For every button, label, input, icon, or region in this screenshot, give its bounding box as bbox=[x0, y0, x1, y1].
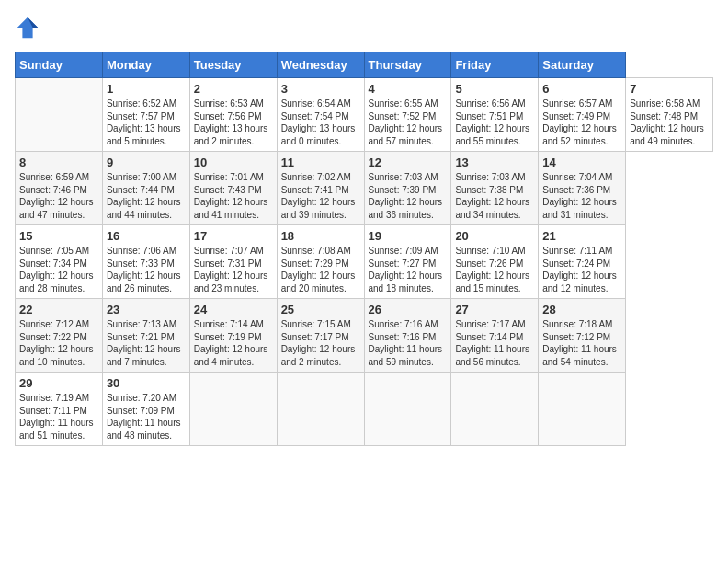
calendar-table: SundayMondayTuesdayWednesdayThursdayFrid… bbox=[15, 52, 713, 446]
day-number: 7 bbox=[630, 82, 709, 96]
day-header-sunday: Sunday bbox=[16, 52, 103, 78]
day-number: 24 bbox=[194, 303, 273, 316]
calendar-cell: 14Sunrise: 7:04 AMSunset: 7:36 PMDayligh… bbox=[539, 152, 626, 225]
day-number: 4 bbox=[369, 82, 448, 96]
calendar-cell: 18Sunrise: 7:08 AMSunset: 7:29 PMDayligh… bbox=[277, 225, 364, 299]
day-number: 10 bbox=[194, 155, 273, 169]
day-number: 2 bbox=[194, 82, 273, 96]
cell-info: Sunrise: 6:57 AMSunset: 7:49 PMDaylight:… bbox=[542, 98, 617, 146]
calendar-cell: 13Sunrise: 7:03 AMSunset: 7:38 PMDayligh… bbox=[451, 152, 539, 225]
cell-info: Sunrise: 7:05 AMSunset: 7:34 PMDaylight:… bbox=[19, 246, 94, 293]
day-number: 19 bbox=[369, 229, 448, 243]
day-header-tuesday: Tuesday bbox=[189, 52, 277, 78]
cell-info: Sunrise: 6:56 AMSunset: 7:51 PMDaylight:… bbox=[455, 98, 529, 146]
calendar-cell: 8Sunrise: 6:59 AMSunset: 7:46 PMDaylight… bbox=[16, 152, 103, 225]
day-number: 17 bbox=[194, 229, 273, 243]
cell-info: Sunrise: 6:58 AMSunset: 7:48 PMDaylight:… bbox=[630, 98, 704, 146]
day-number: 13 bbox=[455, 155, 534, 169]
calendar-cell: 2Sunrise: 6:53 AMSunset: 7:56 PMDaylight… bbox=[189, 78, 277, 152]
day-header-monday: Monday bbox=[102, 52, 189, 78]
day-number: 8 bbox=[19, 155, 98, 169]
calendar-cell: 25Sunrise: 7:15 AMSunset: 7:17 PMDayligh… bbox=[277, 299, 364, 373]
cell-info: Sunrise: 7:01 AMSunset: 7:43 PMDaylight:… bbox=[194, 172, 268, 220]
cell-info: Sunrise: 7:02 AMSunset: 7:41 PMDaylight:… bbox=[281, 172, 356, 220]
calendar-cell: 26Sunrise: 7:16 AMSunset: 7:16 PMDayligh… bbox=[364, 299, 451, 373]
day-number: 21 bbox=[542, 229, 621, 243]
calendar-header-row: SundayMondayTuesdayWednesdayThursdayFrid… bbox=[16, 52, 713, 78]
cell-info: Sunrise: 7:11 AMSunset: 7:24 PMDaylight:… bbox=[542, 246, 617, 293]
day-number: 18 bbox=[281, 229, 360, 243]
cell-info: Sunrise: 7:00 AMSunset: 7:44 PMDaylight:… bbox=[107, 172, 181, 220]
calendar-cell: 9Sunrise: 7:00 AMSunset: 7:44 PMDaylight… bbox=[102, 152, 189, 225]
calendar-cell: 20Sunrise: 7:10 AMSunset: 7:26 PMDayligh… bbox=[451, 225, 539, 299]
day-number: 1 bbox=[107, 82, 186, 96]
cell-info: Sunrise: 7:04 AMSunset: 7:36 PMDaylight:… bbox=[542, 172, 617, 220]
cell-info: Sunrise: 7:09 AMSunset: 7:27 PMDaylight:… bbox=[369, 246, 443, 293]
cell-info: Sunrise: 6:55 AMSunset: 7:52 PMDaylight:… bbox=[369, 98, 443, 146]
day-number: 14 bbox=[542, 155, 621, 169]
cell-info: Sunrise: 7:08 AMSunset: 7:29 PMDaylight:… bbox=[281, 246, 356, 293]
cell-info: Sunrise: 7:10 AMSunset: 7:26 PMDaylight:… bbox=[455, 246, 529, 293]
day-number: 12 bbox=[369, 155, 448, 169]
calendar-cell: 24Sunrise: 7:14 AMSunset: 7:19 PMDayligh… bbox=[189, 299, 277, 373]
calendar-cell: 1Sunrise: 6:52 AMSunset: 7:57 PMDaylight… bbox=[102, 78, 189, 152]
calendar-cell: 15Sunrise: 7:05 AMSunset: 7:34 PMDayligh… bbox=[16, 225, 103, 299]
cell-info: Sunrise: 7:03 AMSunset: 7:39 PMDaylight:… bbox=[369, 172, 443, 220]
cell-info: Sunrise: 7:18 AMSunset: 7:12 PMDaylight:… bbox=[542, 319, 617, 367]
cell-info: Sunrise: 6:53 AMSunset: 7:56 PMDaylight:… bbox=[194, 98, 268, 146]
calendar-cell: 6Sunrise: 6:57 AMSunset: 7:49 PMDaylight… bbox=[539, 78, 626, 152]
day-number: 15 bbox=[19, 229, 98, 243]
cell-info: Sunrise: 6:54 AMSunset: 7:54 PMDaylight:… bbox=[281, 98, 356, 146]
calendar-cell bbox=[451, 373, 539, 446]
cell-info: Sunrise: 7:07 AMSunset: 7:31 PMDaylight:… bbox=[194, 246, 268, 293]
cell-info: Sunrise: 7:20 AMSunset: 7:09 PMDaylight:… bbox=[107, 393, 181, 441]
calendar-cell: 16Sunrise: 7:06 AMSunset: 7:33 PMDayligh… bbox=[102, 225, 189, 299]
day-header-saturday: Saturday bbox=[539, 52, 626, 78]
day-number: 9 bbox=[107, 155, 186, 169]
calendar-cell: 11Sunrise: 7:02 AMSunset: 7:41 PMDayligh… bbox=[277, 152, 364, 225]
day-number: 6 bbox=[542, 82, 621, 96]
calendar-week-row: 8Sunrise: 6:59 AMSunset: 7:46 PMDaylight… bbox=[16, 152, 713, 225]
day-number: 25 bbox=[281, 303, 360, 316]
calendar-week-row: 15Sunrise: 7:05 AMSunset: 7:34 PMDayligh… bbox=[16, 225, 713, 299]
calendar-cell bbox=[277, 373, 364, 446]
cell-info: Sunrise: 7:03 AMSunset: 7:38 PMDaylight:… bbox=[455, 172, 529, 220]
day-number: 27 bbox=[455, 303, 534, 316]
cell-info: Sunrise: 7:06 AMSunset: 7:33 PMDaylight:… bbox=[107, 246, 181, 293]
calendar-week-row: 1Sunrise: 6:52 AMSunset: 7:57 PMDaylight… bbox=[16, 78, 713, 152]
cell-info: Sunrise: 7:15 AMSunset: 7:17 PMDaylight:… bbox=[281, 319, 356, 367]
calendar-cell bbox=[16, 78, 103, 152]
day-number: 30 bbox=[107, 376, 186, 390]
calendar-cell bbox=[189, 373, 277, 446]
calendar-cell: 10Sunrise: 7:01 AMSunset: 7:43 PMDayligh… bbox=[189, 152, 277, 225]
cell-info: Sunrise: 7:12 AMSunset: 7:22 PMDaylight:… bbox=[19, 319, 94, 367]
cell-info: Sunrise: 6:52 AMSunset: 7:57 PMDaylight:… bbox=[107, 98, 181, 146]
day-number: 5 bbox=[455, 82, 534, 96]
calendar-week-row: 29Sunrise: 7:19 AMSunset: 7:11 PMDayligh… bbox=[16, 373, 713, 446]
day-number: 26 bbox=[369, 303, 448, 316]
logo bbox=[15, 15, 44, 40]
page-header bbox=[15, 15, 713, 40]
day-number: 22 bbox=[19, 303, 98, 316]
calendar-cell: 29Sunrise: 7:19 AMSunset: 7:11 PMDayligh… bbox=[16, 373, 103, 446]
cell-info: Sunrise: 7:17 AMSunset: 7:14 PMDaylight:… bbox=[455, 319, 529, 367]
calendar-cell: 30Sunrise: 7:20 AMSunset: 7:09 PMDayligh… bbox=[102, 373, 189, 446]
calendar-cell bbox=[364, 373, 451, 446]
day-header-thursday: Thursday bbox=[364, 52, 451, 78]
cell-info: Sunrise: 7:16 AMSunset: 7:16 PMDaylight:… bbox=[369, 319, 443, 367]
day-header-wednesday: Wednesday bbox=[277, 52, 364, 78]
calendar-cell: 27Sunrise: 7:17 AMSunset: 7:14 PMDayligh… bbox=[451, 299, 539, 373]
calendar-cell: 7Sunrise: 6:58 AMSunset: 7:48 PMDaylight… bbox=[626, 78, 713, 152]
day-number: 11 bbox=[281, 155, 360, 169]
cell-info: Sunrise: 7:13 AMSunset: 7:21 PMDaylight:… bbox=[107, 319, 181, 367]
calendar-cell: 12Sunrise: 7:03 AMSunset: 7:39 PMDayligh… bbox=[364, 152, 451, 225]
logo-icon bbox=[15, 15, 40, 40]
cell-info: Sunrise: 7:14 AMSunset: 7:19 PMDaylight:… bbox=[194, 319, 268, 367]
calendar-cell: 3Sunrise: 6:54 AMSunset: 7:54 PMDaylight… bbox=[277, 78, 364, 152]
calendar-cell: 28Sunrise: 7:18 AMSunset: 7:12 PMDayligh… bbox=[539, 299, 626, 373]
calendar-cell: 5Sunrise: 6:56 AMSunset: 7:51 PMDaylight… bbox=[451, 78, 539, 152]
day-number: 23 bbox=[107, 303, 186, 316]
day-header-friday: Friday bbox=[451, 52, 539, 78]
calendar-week-row: 22Sunrise: 7:12 AMSunset: 7:22 PMDayligh… bbox=[16, 299, 713, 373]
calendar-cell: 4Sunrise: 6:55 AMSunset: 7:52 PMDaylight… bbox=[364, 78, 451, 152]
